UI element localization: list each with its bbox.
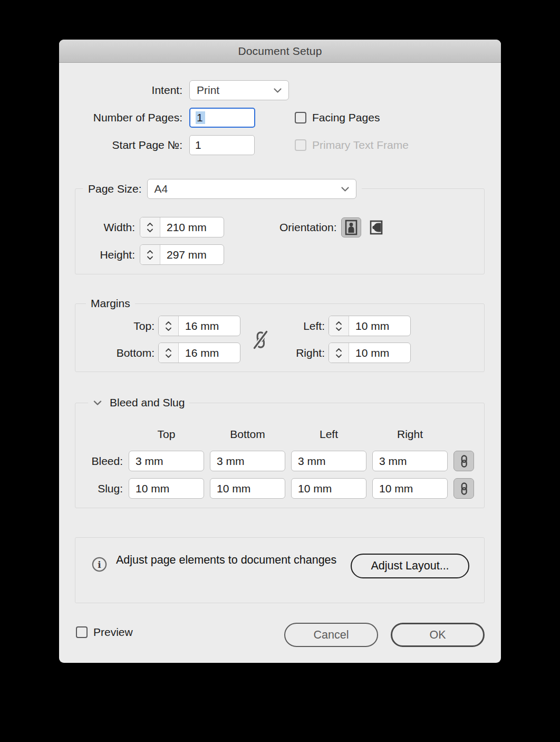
primary-text-frame-checkbox: [295, 139, 306, 151]
width-field[interactable]: 210 mm: [140, 217, 224, 237]
page-size-group: Page Size: A4 Width: 210 mm Height:: [75, 188, 485, 274]
height-field[interactable]: 297 mm: [140, 244, 224, 265]
intent-row: Intent: Print: [59, 80, 289, 100]
bleed-slug-group: Bleed and Slug Top Bottom Left Right Ble…: [75, 403, 485, 508]
bleed-link-button[interactable]: [453, 451, 474, 471]
bleed-left-input[interactable]: 3 mm: [291, 451, 366, 471]
preview-checkbox[interactable]: [76, 626, 88, 638]
bleed-bottom-input[interactable]: 3 mm: [210, 451, 285, 471]
facing-pages-label: Facing Pages: [312, 111, 380, 124]
bleed-bottom-value: 3 mm: [217, 455, 245, 468]
start-page-label: Start Page №:: [59, 139, 182, 151]
slug-label: Slug:: [75, 482, 123, 495]
chevron-down-icon: [147, 256, 153, 260]
slug-left-value: 10 mm: [298, 482, 332, 495]
adjust-message: Adjust page elements to document changes: [116, 552, 337, 568]
link-icon: [458, 454, 470, 468]
slug-link-button[interactable]: [453, 478, 474, 499]
column-header-left: Left: [291, 428, 366, 441]
chevron-up-icon: [335, 348, 342, 352]
chevron-up-icon: [147, 222, 153, 226]
slug-right-input[interactable]: 10 mm: [372, 478, 448, 499]
margin-bottom-field[interactable]: 16 mm: [158, 343, 240, 363]
broken-link-icon[interactable]: [252, 330, 269, 351]
width-value: 210 mm: [160, 217, 213, 237]
primary-text-frame-label: Primary Text Frame: [312, 139, 409, 151]
margins-group: Margins Top: 16 mm Left: 10 mm Bottom:: [75, 303, 485, 372]
facing-pages-checkbox-group[interactable]: Facing Pages: [295, 111, 380, 124]
height-stepper[interactable]: [140, 245, 160, 264]
number-of-pages-label: Number of Pages:: [59, 111, 182, 124]
portrait-orientation-button[interactable]: [341, 217, 361, 237]
slug-bottom-value: 10 mm: [217, 482, 250, 495]
page-size-legend: Page Size: A4: [83, 179, 362, 199]
bleed-right-value: 3 mm: [379, 455, 407, 468]
slug-top-input[interactable]: 10 mm: [129, 478, 204, 499]
margin-top-value: 16 mm: [179, 316, 225, 336]
start-page-value: 1: [195, 139, 201, 151]
margins-bottom-row: Bottom: 16 mm Right: 10 mm: [75, 343, 411, 363]
chevron-down-icon: [165, 354, 172, 358]
bleed-top-value: 3 mm: [136, 455, 163, 468]
facing-pages-checkbox[interactable]: [295, 112, 306, 123]
ok-button[interactable]: OK: [391, 623, 485, 647]
slug-right-value: 10 mm: [379, 482, 413, 495]
height-row: Height: 297 mm: [75, 244, 224, 265]
page-size-select[interactable]: A4: [147, 179, 356, 199]
orientation-label: Orientation:: [279, 221, 337, 234]
chevron-down-icon: [147, 229, 153, 233]
margin-right-field[interactable]: 10 mm: [329, 343, 411, 363]
margin-left-field[interactable]: 10 mm: [329, 316, 411, 336]
bleed-right-input[interactable]: 3 mm: [372, 451, 448, 471]
bleed-label: Bleed:: [75, 455, 123, 468]
intent-select[interactable]: Print: [189, 80, 289, 100]
number-of-pages-input[interactable]: 1: [189, 108, 255, 128]
margin-top-stepper[interactable]: [159, 316, 179, 336]
chevron-up-icon: [165, 321, 172, 325]
dialog-titlebar: Document Setup: [59, 40, 501, 63]
margin-right-stepper[interactable]: [329, 343, 349, 363]
link-icon: [458, 482, 470, 496]
bleed-slug-legend[interactable]: Bleed and Slug: [88, 396, 189, 409]
bleed-top-input[interactable]: 3 mm: [129, 451, 204, 471]
height-label: Height:: [75, 249, 135, 261]
margins-top-row: Top: 16 mm Left: 10 mm: [75, 316, 411, 336]
landscape-orientation-button[interactable]: [366, 217, 387, 237]
chevron-down-icon: [273, 88, 282, 93]
slug-bottom-input[interactable]: 10 mm: [210, 478, 285, 499]
chevron-down-icon: [335, 327, 342, 331]
slug-top-value: 10 mm: [136, 482, 169, 495]
margins-legend: Margins: [86, 297, 135, 310]
margin-left-value: 10 mm: [349, 316, 395, 336]
margin-left-stepper[interactable]: [329, 316, 349, 336]
bleed-row: Bleed: 3 mm 3 mm 3 mm 3 mm: [75, 451, 474, 471]
column-header-top: Top: [129, 428, 204, 441]
preview-label: Preview: [93, 626, 133, 639]
chevron-up-icon: [165, 348, 172, 352]
page-size-label: Page Size:: [88, 183, 142, 195]
width-row: Width: 210 mm: [75, 217, 224, 237]
info-icon: i: [92, 557, 107, 574]
slug-left-input[interactable]: 10 mm: [291, 478, 366, 499]
width-stepper[interactable]: [140, 217, 160, 237]
cancel-button[interactable]: Cancel: [284, 623, 378, 647]
margin-top-field[interactable]: 16 mm: [158, 316, 240, 336]
bleed-left-value: 3 mm: [298, 455, 326, 468]
chevron-down-icon: [341, 186, 350, 192]
number-of-pages-row: Number of Pages: 1 Facing Pages: [59, 108, 380, 128]
chevron-up-icon: [335, 321, 342, 325]
portrait-page-icon: [345, 220, 358, 235]
preview-checkbox-group[interactable]: Preview: [76, 626, 133, 639]
dialog-title: Document Setup: [238, 45, 322, 58]
margin-bottom-stepper[interactable]: [159, 343, 179, 363]
intent-value: Print: [197, 84, 219, 97]
chevron-down-icon[interactable]: [93, 400, 102, 406]
column-header-right: Right: [372, 428, 448, 441]
adjust-layout-button[interactable]: Adjust Layout...: [351, 554, 469, 578]
margin-bottom-value: 16 mm: [179, 343, 225, 363]
width-label: Width:: [75, 221, 135, 234]
start-page-row: Start Page №: 1 Primary Text Frame: [59, 135, 409, 155]
landscape-page-icon: [370, 220, 383, 235]
selected-text: 1: [196, 111, 205, 124]
start-page-input[interactable]: 1: [189, 135, 255, 155]
